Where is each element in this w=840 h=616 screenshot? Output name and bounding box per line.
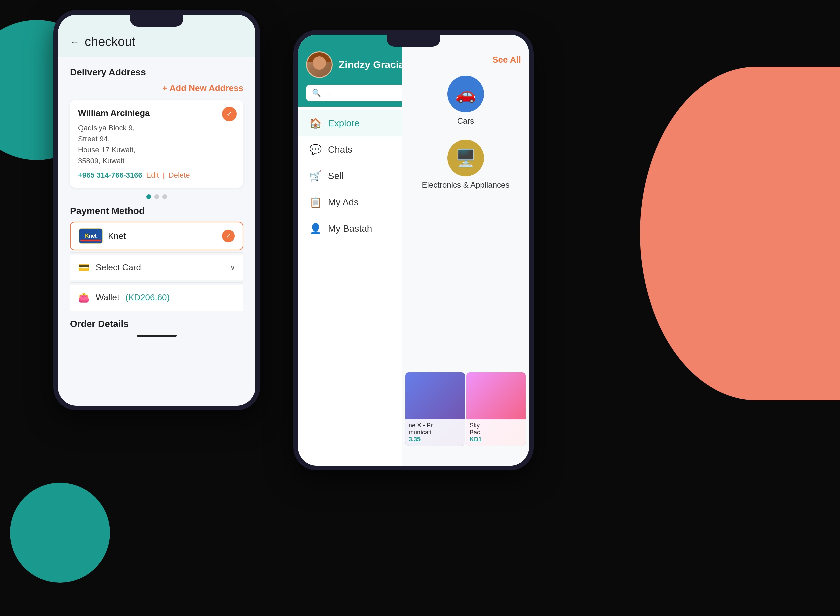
nav-my-bastah-label: My Bastah [328,223,372,234]
select-card-label: Select Card [96,263,224,273]
address-check-icon: ✓ [222,107,237,122]
address-name: William Arciniega [78,108,235,119]
phone2-frame: Zindzy Gracia 🛒 🔍 ... 🏠 Explore 💬 [293,30,534,470]
phone1-notch [130,15,183,27]
address-phone: +965 314-766-3166 [78,171,142,180]
user-info: Zindzy Gracia [306,51,405,78]
nav-sell-label: Sell [328,171,344,182]
phone2-notch [387,35,440,47]
actions-divider: | [163,172,165,179]
address-text: Qadisiya Block 9, Street 94, House 17 Ku… [78,122,235,166]
product-thumb-2[interactable]: Sky Bac KD1 [466,372,526,446]
card-icon: 💳 [78,262,90,273]
pagination-dots [70,194,243,199]
wallet-label: Wallet [96,292,119,303]
avatar-image [307,52,332,77]
edit-address-button[interactable]: Edit [147,171,159,180]
knet-payment-option[interactable]: Knet Knet ✓ [70,222,243,251]
wallet-row[interactable]: 👛 Wallet (KD206.60) [70,285,243,311]
product-info-2: Sky Bac KD1 [466,419,526,446]
chat-icon: 💬 [309,144,321,155]
payment-section-title: Payment Method [70,206,243,216]
bg-teal-quarter [10,483,110,583]
product-thumb-1[interactable]: ne X - Pr... municati... 3.35 [406,372,465,446]
ads-icon: 📋 [309,197,321,208]
avatar-face [313,56,326,70]
nav-chats-label: Chats [328,144,352,155]
select-card-row[interactable]: 💳 Select Card ∨ [70,255,243,280]
chevron-down-icon: ∨ [230,264,235,272]
home-icon: 🏠 [309,117,321,129]
wallet-amount: (KD206.60) [125,292,170,303]
knet-stripe [81,240,101,242]
address-card: ✓ William Arciniega Qadisiya Block 9, St… [70,100,243,188]
dot-1 [147,194,151,199]
payment-method-section: Payment Method Knet Knet ✓ [70,206,243,311]
checkout-title: checkout [85,35,135,49]
right-panel-categories: See All 🚗 Cars 🖥️ Electronics & Applianc… [402,35,529,466]
order-details-title: Order Details [70,318,243,329]
product-info-1: ne X - Pr... municati... 3.35 [406,419,465,446]
dot-3 [163,194,167,199]
electronics-category-circle: 🖥️ [447,140,484,176]
product-sub-1: municati... [409,429,462,436]
search-icon: 🔍 [312,89,321,97]
separator-1 [70,252,243,253]
delete-address-button[interactable]: Delete [169,171,190,180]
cars-category-circle: 🚗 [447,76,484,112]
phone1-frame: ← checkout Delivery Address + Add New Ad… [53,10,260,410]
wallet-icon: 👛 [78,292,90,303]
sell-icon: 🛒 [309,170,321,182]
phone2-app: Zindzy Gracia 🛒 🔍 ... 🏠 Explore 💬 [293,30,534,470]
knet-logo-text: Knet [85,233,96,239]
back-button[interactable]: ← [70,37,79,47]
order-details-bar [137,334,177,336]
category-cars[interactable]: 🚗 Cars [402,70,529,131]
phone1-checkout: ← checkout Delivery Address + Add New Ad… [53,10,260,410]
product-thumbnails: ne X - Pr... municati... 3.35 Sky Bac KD… [402,372,529,446]
order-details-section: Order Details [70,318,243,336]
user-icon: 👤 [309,223,321,235]
category-electronics[interactable]: 🖥️ Electronics & Appliances [402,134,529,195]
nav-explore-label: Explore [328,118,360,129]
product-price-2: KD1 [469,436,522,443]
knet-label: Knet [108,231,222,242]
search-input[interactable]: ... [325,89,331,97]
bg-coral-shape [640,67,840,400]
address-actions: +965 314-766-3166 Edit | Delete [78,171,235,180]
delivery-section-title: Delivery Address [70,67,243,78]
phone1-screen: ← checkout Delivery Address + Add New Ad… [58,15,255,406]
user-name: Zindzy Gracia [339,59,405,70]
add-address-button[interactable]: + Add New Address [70,83,243,93]
product-price-1: 3.35 [409,436,462,443]
phone2-screen: Zindzy Gracia 🛒 🔍 ... 🏠 Explore 💬 [298,35,529,466]
dot-2 [154,194,159,199]
product-name-1: ne X - Pr... [409,422,462,429]
nav-my-ads-label: My Ads [328,197,359,208]
electronics-category-label: Electronics & Appliances [422,180,510,190]
checkout-body: Delivery Address + Add New Address ✓ Wil… [58,57,255,405]
knet-logo: Knet [79,229,103,244]
product-sub-2: Bac [469,429,522,436]
cars-category-label: Cars [457,116,474,126]
product-name-2: Sky [469,422,522,429]
avatar [306,51,333,78]
knet-check-icon: ✓ [222,230,235,242]
